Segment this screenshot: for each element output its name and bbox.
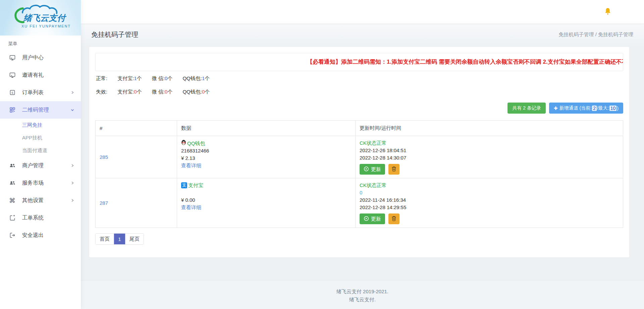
brand-name: 绪飞云支付 bbox=[23, 13, 67, 22]
sidebar-item-ticket-system[interactable]: 工单系统 bbox=[0, 209, 81, 227]
chevron-down-icon bbox=[71, 108, 74, 112]
col-header-time: 更新时间/运行时间 bbox=[356, 121, 623, 136]
table-row: 287 支 支付宝 ¥ 0.00 查看详细 CK状态正常 bbox=[96, 178, 623, 228]
chevron-right-icon bbox=[71, 91, 74, 94]
monitor-icon bbox=[9, 54, 16, 61]
channel-account bbox=[181, 189, 351, 196]
notice-text: 【必看通知】添加二维码需知：1.添加支付宝二维码 需要关闭余额自动转入余额宝否则… bbox=[96, 53, 623, 71]
pagination-last-button[interactable]: 尾页 bbox=[125, 234, 144, 244]
stat-item: QQ钱包:1个 bbox=[182, 75, 210, 82]
svg-text:5: 5 bbox=[11, 91, 13, 95]
plus-icon: ✚ bbox=[554, 106, 558, 111]
cloud-logo-icon: 绪飞云支付 XU FEI YUNPAYMENT bbox=[7, 3, 73, 33]
sidebar-item-merchant[interactable]: 商户管理 bbox=[0, 157, 81, 174]
view-detail-link[interactable]: 查看详细 bbox=[181, 204, 201, 210]
extra-value: 0 bbox=[360, 189, 619, 196]
sidebar-item-label: 服务市场 bbox=[22, 180, 44, 187]
update-button[interactable]: 更新 bbox=[360, 213, 385, 224]
sidebar-nav: 用户中心 邀请有礼 5 订单列表 bbox=[0, 49, 81, 309]
sidebar-item-service-market[interactable]: 服务市场 bbox=[0, 174, 81, 192]
row-id-link[interactable]: 285 bbox=[100, 154, 108, 160]
sidebar-subitem-label: 三网免挂 bbox=[22, 122, 42, 128]
stat-count: 1 bbox=[202, 75, 205, 81]
run-time: 2022-12-28 14:30:07 bbox=[360, 154, 619, 162]
channels-table: # 数据 更新时间/运行时间 285 QQ钱包 bbox=[95, 120, 623, 228]
delete-button[interactable] bbox=[388, 164, 399, 175]
stat-count: 0 bbox=[134, 89, 137, 95]
channel-name: 支 支付宝 bbox=[181, 182, 351, 189]
row-actions: 更新 bbox=[360, 164, 619, 175]
sidebar-item-label: 邀请有礼 bbox=[22, 72, 44, 79]
max-channel-count: 10 bbox=[609, 106, 617, 111]
col-header-id: # bbox=[96, 121, 177, 136]
add-channel-button[interactable]: ✚ 新增通道 (当前: 2/最大: 10) bbox=[549, 103, 623, 114]
stat-item: 微 信:0个 bbox=[152, 89, 173, 95]
menu-section-label: 菜单 bbox=[0, 36, 81, 49]
breadcrumb[interactable]: 免挂机码子管理 / 免挂机码子管理 bbox=[558, 32, 633, 38]
trash-icon bbox=[391, 216, 396, 222]
channel-balance: ¥ 2.13 bbox=[181, 154, 351, 162]
sidebar-item-invite[interactable]: 邀请有礼 bbox=[0, 66, 81, 84]
topbar bbox=[81, 0, 644, 23]
table-header-row: # 数据 更新时间/运行时间 bbox=[96, 121, 623, 136]
monitor-icon bbox=[9, 72, 16, 78]
run-time: 2022-12-28 14:29:55 bbox=[360, 204, 619, 211]
logout-icon bbox=[9, 232, 16, 239]
sidebar-item-label: 工单系统 bbox=[22, 214, 44, 222]
sidebar-item-other-settings[interactable]: ⌘ 其他设置 bbox=[0, 192, 81, 209]
delete-button[interactable] bbox=[388, 213, 399, 224]
stats-invalid-label: 失效: bbox=[96, 89, 107, 95]
table-toolbar: 共有 2 条记录 ✚ 新增通道 (当前: 2/最大: 10) bbox=[95, 103, 623, 114]
sidebar-item-orders[interactable]: 5 订单列表 bbox=[0, 84, 81, 101]
pagination-page-1[interactable]: 1 bbox=[114, 234, 125, 244]
channel-name: QQ钱包 bbox=[181, 139, 351, 147]
stat-item: QQ钱包:0个 bbox=[182, 89, 210, 95]
footer-copyright: 绪飞云支付 2019-2021. bbox=[81, 289, 644, 295]
stat-item: 支付宝:0个 bbox=[117, 89, 142, 95]
order-list-icon: 5 bbox=[9, 89, 16, 96]
footer: 绪飞云支付 2019-2021. 绪飞云支付. bbox=[81, 280, 644, 309]
sidebar-item-label: 二维码管理 bbox=[22, 107, 49, 114]
pagination-first-button[interactable]: 首页 bbox=[96, 234, 114, 244]
sidebar-subitem-sanwang[interactable]: 三网免挂 bbox=[0, 119, 81, 131]
update-button[interactable]: 更新 bbox=[360, 164, 385, 175]
stats-normal-row: 正常: 支付宝:1个 微 信:0个 QQ钱包:1个 bbox=[96, 75, 623, 82]
sidebar-item-label: 订单列表 bbox=[22, 89, 44, 96]
row-id-link[interactable]: 287 bbox=[100, 200, 108, 206]
sidebar-item-qrcode-management[interactable]: 二维码管理 bbox=[0, 101, 81, 119]
sidebar-subitem-face-to-face[interactable]: 当面付通道 bbox=[0, 144, 81, 157]
qrcode-icon bbox=[9, 107, 16, 113]
stat-item: 微 信:0个 bbox=[152, 75, 173, 82]
sidebar-item-logout[interactable]: 安全退出 bbox=[0, 227, 81, 244]
page-header: 免挂机码子管理 免挂机码子管理 / 免挂机码子管理 bbox=[81, 23, 644, 46]
command-icon: ⌘ bbox=[9, 197, 16, 204]
refresh-icon bbox=[364, 216, 369, 222]
refresh-icon bbox=[364, 166, 369, 173]
current-channel-count: 2 bbox=[592, 106, 597, 111]
update-time: 2022-12-26 18:04:51 bbox=[360, 147, 619, 154]
record-count-badge: 共有 2 条记录 bbox=[507, 103, 546, 114]
sidebar-item-label: 安全退出 bbox=[22, 232, 44, 239]
stats-invalid-row: 失效: 支付宝:0个 微 信:0个 QQ钱包:0个 bbox=[96, 89, 623, 95]
sidebar-item-label: 其他设置 bbox=[22, 197, 44, 204]
chevron-right-icon bbox=[71, 181, 74, 185]
sidebar-subitem-label: APP挂机 bbox=[22, 135, 42, 141]
sidebar-item-user-center[interactable]: 用户中心 bbox=[0, 49, 81, 66]
stat-item: 支付宝:1个 bbox=[117, 75, 142, 82]
app-window: 绪飞云支付 XU FEI YUNPAYMENT 菜单 用户中心 邀请有礼 5 bbox=[0, 0, 644, 309]
alipay-icon: 支 bbox=[181, 182, 187, 188]
sidebar: 绪飞云支付 XU FEI YUNPAYMENT 菜单 用户中心 邀请有礼 5 bbox=[0, 0, 81, 309]
brand-subtitle: XU FEI YUNPAYMENT bbox=[21, 24, 71, 28]
footer-brand: 绪飞云支付. bbox=[81, 297, 644, 303]
ck-status: CK状态正常 bbox=[360, 182, 619, 189]
sidebar-subitem-app-hangup[interactable]: APP挂机 bbox=[0, 131, 81, 144]
notice-banner: 【必看通知】添加二维码需知：1.添加支付宝二维码 需要关闭余额自动转入余额宝否则… bbox=[95, 53, 623, 71]
channel-balance: ¥ 0.00 bbox=[181, 196, 351, 204]
stat-count: 1 bbox=[134, 75, 137, 81]
view-detail-link[interactable]: 查看详细 bbox=[181, 163, 201, 168]
trash-icon bbox=[391, 166, 396, 173]
content-card: 【必看通知】添加二维码需知：1.添加支付宝二维码 需要关闭余额自动转入余额宝否则… bbox=[89, 47, 629, 257]
pagination: 首页 1 尾页 bbox=[95, 233, 144, 245]
brand-logo: 绪飞云支付 XU FEI YUNPAYMENT bbox=[0, 0, 81, 36]
notification-bell-icon[interactable] bbox=[604, 7, 612, 16]
